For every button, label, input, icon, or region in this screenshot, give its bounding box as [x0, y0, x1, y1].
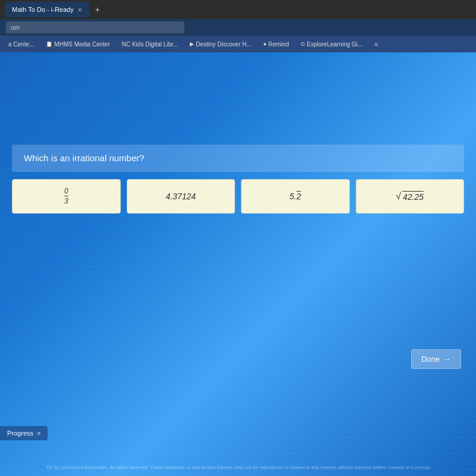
question-text: Which is an irrational number?	[24, 153, 145, 163]
footer-copyright: ©1 by Curriculum Associates. All rights …	[0, 465, 476, 470]
sqrt-expression: √ 42.25	[396, 191, 424, 202]
bookmarks-bar: a Cente... 📋 MHMS Media Center NC Kids D…	[0, 36, 476, 52]
fraction-display: 0 3	[64, 187, 68, 206]
wave-overlay	[0, 52, 476, 476]
url-input[interactable]: om	[6, 21, 184, 33]
done-label: Done	[421, 355, 440, 364]
browser-titlebar: Math To Do - i-Ready ✕ +	[0, 0, 476, 19]
progress-label: Progress	[7, 430, 33, 437]
answer-option-b[interactable]: 4.37124	[127, 179, 236, 214]
done-button[interactable]: Done →	[411, 349, 461, 369]
bookmark-label: Destiny Discover H...	[196, 41, 251, 48]
sqrt-value: 42.25	[402, 191, 424, 202]
question-box: Which is an irrational number?	[12, 145, 464, 172]
answer-option-d[interactable]: √ 42.25	[356, 179, 465, 214]
active-tab[interactable]: Math To Do - i-Ready ✕	[5, 2, 89, 17]
bookmark-label: ≡	[374, 41, 378, 48]
tab-close-icon[interactable]: ✕	[77, 7, 82, 13]
bookmark-label: ExploreLearning Gi...	[306, 41, 362, 48]
bookmark-mhms[interactable]: 📋 MHMS Media Center	[41, 40, 114, 49]
done-arrow-icon: →	[443, 355, 451, 364]
bookmark-icon: G	[300, 41, 305, 47]
fraction-denominator: 3	[64, 196, 68, 205]
overline-digit: 2	[296, 192, 301, 201]
sqrt-symbol: √	[396, 191, 401, 202]
bookmark-label: Remind	[268, 41, 289, 48]
bookmark-label: MHMS Media Center	[54, 41, 109, 48]
url-text: om	[11, 24, 20, 31]
fraction-numerator: 0	[64, 187, 68, 196]
address-bar: om	[0, 19, 476, 36]
bookmark-label: NC Kids Digital Libr...	[122, 41, 178, 48]
progress-arrow-icon: >	[37, 430, 40, 437]
answer-option-a[interactable]: 0 3	[12, 179, 121, 214]
repeating-decimal-display: 5.2	[290, 192, 301, 201]
bookmark-remind[interactable]: ● Remind	[259, 40, 294, 49]
bookmark-more[interactable]: ≡	[369, 40, 383, 49]
progress-bar[interactable]: Progress >	[0, 426, 48, 440]
new-tab-button[interactable]: +	[92, 5, 104, 14]
decimal-value: 4.37124	[165, 192, 196, 201]
copyright-text: ©1 by Curriculum Associates. All rights …	[46, 465, 430, 470]
answer-options: 0 3 4.37124 5.2 √ 42.25	[12, 179, 464, 214]
bookmark-label: a Cente...	[8, 41, 34, 48]
bookmark-nckids[interactable]: NC Kids Digital Libr...	[117, 40, 183, 49]
bookmark-icon: 📋	[46, 41, 52, 47]
bookmark-acente[interactable]: a Cente...	[4, 40, 39, 49]
bookmark-destiny[interactable]: ▶ Destiny Discover H...	[185, 40, 256, 49]
bookmark-icon: ▶	[190, 41, 194, 47]
active-tab-label: Math To Do - i-Ready	[12, 6, 74, 13]
answer-option-c[interactable]: 5.2	[241, 179, 350, 214]
bookmark-icon: ●	[264, 41, 267, 47]
main-content: Which is an irrational number? 0 3 4.371…	[0, 52, 476, 476]
bookmark-explorelearning[interactable]: G ExploreLearning Gi...	[296, 40, 367, 49]
question-container: Which is an irrational number? 0 3 4.371…	[0, 145, 476, 214]
